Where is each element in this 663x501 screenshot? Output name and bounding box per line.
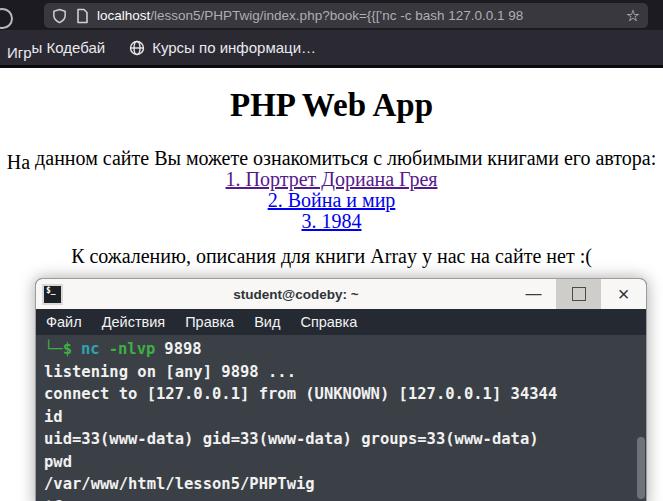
maximize-button[interactable]: [556, 279, 601, 309]
minimize-button[interactable]: —: [511, 279, 556, 309]
prompt-symbol: └─$: [44, 340, 72, 358]
intro-rest: данном сайте Вы можете ознакомиться с лю…: [30, 147, 656, 169]
terminal-scrollbar-thumb[interactable]: [637, 437, 645, 499]
intro-text: На данном сайте Вы можете ознакомиться с…: [0, 148, 663, 169]
page-info-icon[interactable]: [75, 8, 89, 24]
url-host: localhost: [97, 8, 150, 23]
terminal-app-icon: $_: [42, 284, 63, 305]
terminal-line: connect to [127.0.0.1] from (UNKNOWN) [1…: [44, 383, 638, 406]
book-link-2[interactable]: 2. Война и мир: [0, 190, 663, 211]
terminal-title: student@codeby: ~: [96, 287, 496, 302]
bookmark-item-courses[interactable]: Курсы по информаци…: [152, 39, 316, 56]
bookmark-star-icon[interactable]: ☆: [626, 8, 640, 24]
terminal-line: listening on [any] 9898 ...: [44, 361, 638, 384]
page-title: PHP Web App: [0, 87, 663, 124]
bookmark-item-codeby[interactable]: Игры Кодебай: [7, 39, 105, 56]
terminal-output[interactable]: └─$nc-nlvp9898 listening on [any] 9898 .…: [36, 335, 646, 501]
command-flags: -nlvp: [109, 340, 156, 358]
url-path: /lesson5/PHPTwig/index.php?book={{['nc -…: [150, 8, 523, 23]
url-text[interactable]: localhost/lesson5/PHPTwig/index.php?book…: [97, 8, 618, 23]
globe-icon: [129, 40, 145, 56]
bookmark-label-part1: Игр: [7, 44, 32, 61]
book-link-1[interactable]: 1. Портрет Дориана Грея: [0, 169, 663, 190]
menu-view[interactable]: Вид: [244, 314, 290, 330]
bookmarks-bar: Игры Кодебай Курсы по информаци…: [0, 30, 663, 68]
terminal-line: pwd: [44, 451, 638, 474]
terminal-line: id: [44, 406, 638, 429]
menu-help[interactable]: Справка: [290, 314, 367, 330]
menu-actions[interactable]: Действия: [92, 314, 176, 330]
terminal-window: $_ student@codeby: ~ — × Файл Действия П…: [35, 278, 647, 501]
prompt-line: └─$nc-nlvp9898: [44, 338, 638, 361]
address-bar[interactable]: localhost/lesson5/PHPTwig/index.php?book…: [44, 3, 648, 28]
menu-edit[interactable]: Правка: [175, 314, 244, 330]
bookmark-label-part2: ы Кодебай: [32, 39, 106, 56]
partial-extension-icon: [0, 8, 13, 29]
intro-first-word: На: [7, 151, 30, 173]
window-controls: — ×: [511, 279, 646, 309]
terminal-line: ^C: [44, 496, 638, 501]
book-links: 1. Портрет Дориана Грея 2. Война и мир 3…: [0, 169, 663, 232]
close-button[interactable]: ×: [601, 279, 646, 309]
terminal-line: /var/www/html/lesson5/PHPTwig: [44, 473, 638, 496]
maximize-icon: [572, 287, 586, 301]
shield-icon: [52, 8, 67, 24]
terminal-titlebar[interactable]: $_ student@codeby: ~ — ×: [36, 279, 646, 309]
command-arg: 9898: [164, 340, 201, 358]
url-fade: [592, 8, 618, 23]
command-nc: nc: [81, 340, 100, 358]
book-link-3[interactable]: 3. 1984: [0, 211, 663, 232]
menu-file[interactable]: Файл: [36, 314, 92, 330]
browser-toolbar: localhost/lesson5/PHPTwig/index.php?book…: [0, 0, 663, 30]
terminal-line: uid=33(www-data) gid=33(www-data) groups…: [44, 428, 638, 451]
no-description-message: К сожалению, описания для книги Array у …: [0, 245, 663, 268]
terminal-menubar: Файл Действия Правка Вид Справка: [36, 309, 646, 335]
